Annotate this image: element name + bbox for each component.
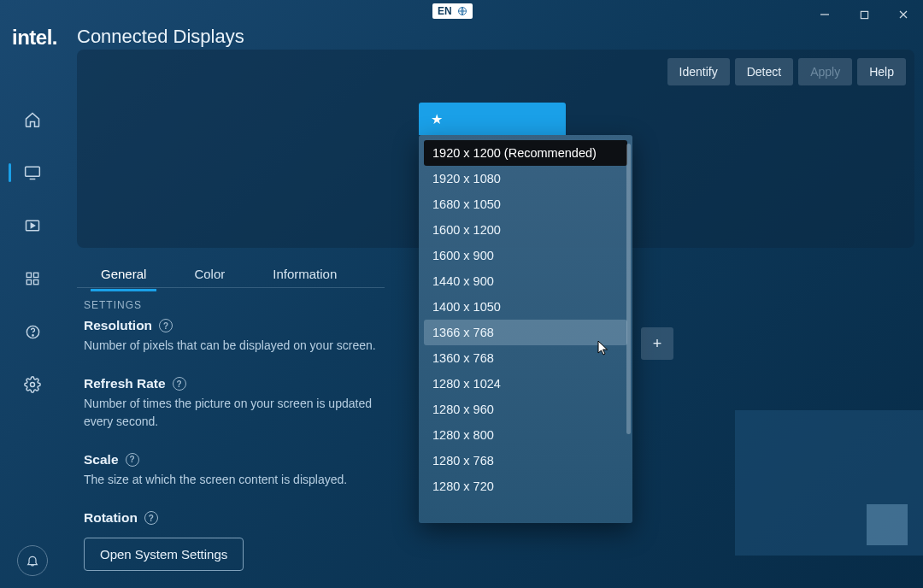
home-icon — [24, 111, 41, 128]
resolution-option[interactable]: 1440 x 900 — [424, 268, 627, 294]
resolution-option[interactable]: 1280 x 720 — [424, 473, 627, 499]
settings-list: Resolution ? Number of pixels that can b… — [84, 318, 391, 532]
setting-refresh-rate: Refresh Rate ? Number of times the pictu… — [84, 376, 391, 430]
help-icon[interactable]: ? — [126, 453, 139, 467]
decorative-square-small — [867, 504, 908, 545]
open-system-settings-button[interactable]: Open System Settings — [84, 538, 244, 571]
sidebar-item-video[interactable] — [0, 209, 65, 243]
svg-marker-8 — [31, 224, 34, 228]
sidebar-item-display[interactable] — [0, 156, 65, 190]
add-custom-resolution-button[interactable]: + — [641, 327, 673, 360]
sidebar-item-grid[interactable] — [0, 262, 65, 296]
intel-logo: intel. — [12, 26, 57, 50]
resolution-option[interactable]: 1600 x 1200 — [424, 217, 627, 243]
identify-button[interactable]: Identify — [667, 58, 730, 85]
setting-resolution: Resolution ? Number of pixels that can b… — [84, 318, 391, 354]
help-icon[interactable]: ? — [173, 377, 186, 391]
notifications-button[interactable] — [17, 545, 48, 576]
svg-rect-9 — [26, 273, 31, 277]
setting-description: Number of pixels that can be displayed o… — [84, 337, 391, 354]
resolution-option[interactable]: 1280 x 800 — [424, 422, 627, 448]
minimize-button[interactable] — [805, 2, 844, 27]
resolution-option[interactable]: 1920 x 1200 (Recommended) — [424, 140, 627, 166]
setting-title: Resolution — [84, 318, 152, 333]
sidebar-item-home[interactable] — [0, 103, 65, 137]
svg-rect-5 — [26, 167, 40, 176]
grid-icon — [25, 271, 40, 286]
resolution-option[interactable]: 1920 x 1080 — [424, 166, 627, 191]
tab-general[interactable]: General — [77, 258, 170, 290]
preview-actions: Identify Detect Apply Help — [667, 58, 906, 85]
tab-color[interactable]: Color — [170, 258, 249, 290]
setting-title: Refresh Rate — [84, 376, 166, 391]
resolution-list[interactable]: 1920 x 1200 (Recommended)1920 x 10801680… — [419, 135, 632, 523]
settings-tabs: General Color Information — [77, 258, 361, 290]
sidebar — [0, 103, 65, 402]
svg-point-14 — [32, 334, 32, 335]
resolution-dropdown: 1920 x 1200 (Recommended)1920 x 10801680… — [419, 135, 632, 523]
language-label: EN — [438, 5, 452, 17]
setting-description: Number of times the picture on your scre… — [84, 395, 391, 430]
apply-button: Apply — [798, 58, 852, 85]
bell-icon — [26, 554, 39, 567]
language-pill[interactable]: EN — [432, 3, 473, 19]
star-icon: ★ — [431, 111, 443, 127]
resolution-option[interactable]: 1280 x 960 — [424, 397, 627, 422]
maximize-button[interactable] — [844, 2, 884, 27]
svg-point-15 — [31, 383, 35, 387]
video-icon — [24, 217, 41, 234]
page-title: Connected Displays — [77, 26, 244, 48]
setting-scale: Scale ? The size at which the screen con… — [84, 452, 391, 488]
close-button[interactable] — [884, 2, 923, 27]
detect-button[interactable]: Detect — [735, 58, 793, 85]
sidebar-item-settings[interactable] — [0, 368, 65, 402]
help-circle-icon — [25, 324, 41, 340]
gear-icon — [24, 376, 41, 393]
tab-information[interactable]: Information — [249, 258, 361, 290]
resolution-option[interactable]: 1600 x 900 — [424, 243, 627, 268]
help-button[interactable]: Help — [857, 58, 906, 85]
sidebar-bottom — [0, 545, 65, 576]
setting-title: Scale — [84, 452, 119, 467]
resolution-option[interactable]: 1366 x 768 — [424, 320, 627, 345]
help-icon[interactable]: ? — [159, 319, 173, 332]
language-icon — [457, 6, 467, 16]
titlebar-controls — [805, 0, 923, 29]
setting-rotation: Rotation ? — [84, 510, 391, 526]
help-icon[interactable]: ? — [144, 511, 158, 525]
plus-icon: + — [653, 335, 662, 353]
resolution-option[interactable]: 1280 x 768 — [424, 448, 627, 473]
settings-section-label: SETTINGS — [84, 299, 142, 311]
resolution-option[interactable]: 1680 x 1050 — [424, 191, 627, 217]
setting-description: The size at which the screen content is … — [84, 471, 391, 488]
svg-rect-10 — [34, 273, 38, 277]
resolution-option[interactable]: 1360 x 768 — [424, 345, 627, 371]
display-tab[interactable]: ★ — [419, 103, 566, 135]
tabs-divider — [77, 287, 385, 288]
resolution-option[interactable]: 1400 x 1050 — [424, 294, 627, 320]
svg-rect-11 — [26, 280, 31, 285]
resolution-option[interactable]: 1280 x 1024 — [424, 371, 627, 397]
svg-rect-2 — [861, 11, 867, 18]
setting-title: Rotation — [84, 510, 138, 526]
sidebar-item-help[interactable] — [0, 315, 65, 349]
window-root: EN intel. Connected Displays — [0, 0, 923, 588]
svg-rect-12 — [34, 280, 38, 285]
scrollbar-thumb[interactable] — [626, 144, 631, 434]
display-icon — [24, 164, 41, 181]
